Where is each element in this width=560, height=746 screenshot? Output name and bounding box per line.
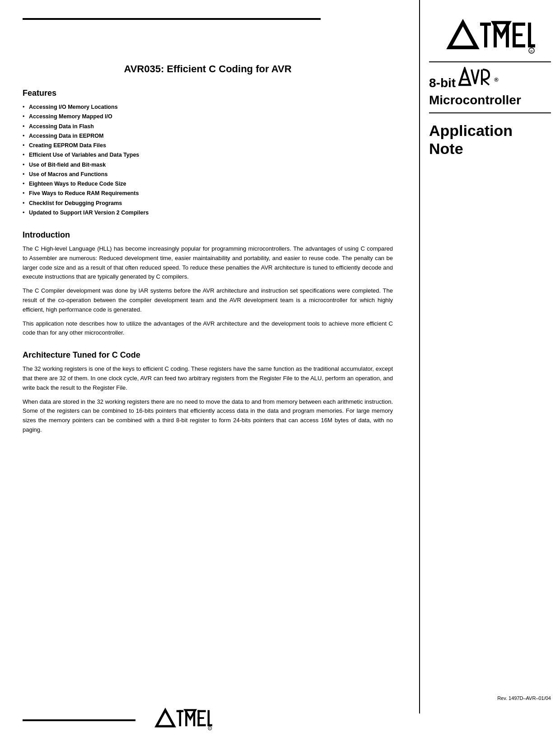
svg-rect-11	[528, 44, 535, 47]
feature-list-item: Use of Macros and Functions	[23, 170, 393, 179]
feature-list-item: Accessing Memory Mapped I/O	[23, 112, 393, 121]
intro-heading: Introduction	[23, 230, 393, 240]
sidebar-divider-1	[429, 61, 551, 62]
svg-marker-14	[459, 69, 470, 85]
main-content: AVR035: Efficient C Coding for AVRFeatur…	[23, 27, 393, 439]
sidebar-8bit-avr: 8-bit ®	[429, 67, 551, 91]
svg-line-17	[475, 70, 479, 84]
svg-marker-20	[157, 710, 174, 727]
intro-paragraph: The C Compiler development was done by I…	[23, 286, 393, 314]
vert-divider	[419, 0, 420, 713]
rev-note: Rev. 1497D–AVR–01/04	[497, 695, 551, 701]
svg-rect-7	[513, 23, 525, 26]
atmel-logo-container: R	[429, 18, 551, 56]
right-sidebar: R 8-bit ®	[429, 18, 551, 158]
bottom-bar	[23, 719, 135, 721]
feature-list-item: Use of Bit-field and Bit-mask	[23, 160, 393, 170]
feature-list-item: Updated to Support IAR Version 2 Compile…	[23, 208, 393, 218]
svg-line-19	[483, 79, 489, 85]
avr-stylized-icon	[458, 67, 490, 87]
svg-rect-2	[484, 23, 487, 47]
svg-rect-30	[208, 710, 210, 727]
svg-rect-25	[193, 710, 196, 727]
svg-rect-22	[179, 710, 182, 727]
svg-rect-9	[513, 44, 525, 47]
avr-reg-mark: ®	[494, 76, 499, 83]
svg-rect-8	[513, 33, 523, 36]
svg-text:R: R	[531, 50, 533, 53]
svg-rect-18	[481, 70, 483, 85]
svg-rect-29	[198, 724, 206, 727]
intro-paragraph: The C High-level Language (HLL) has beco…	[23, 244, 393, 282]
features-heading: Features	[23, 89, 393, 98]
atmel-logo-icon: R	[445, 18, 535, 54]
bottom-atmel-logo: R	[154, 707, 226, 732]
doc-title: AVR035: Efficient C Coding for AVR	[23, 63, 393, 75]
bottom-atmel-logo-icon: R	[154, 707, 212, 731]
svg-rect-10	[528, 23, 531, 47]
feature-list-item: Accessing Data in Flash	[23, 122, 393, 131]
arch-paragraph: The 32 working registers is one of the k…	[23, 364, 393, 392]
svg-rect-27	[198, 710, 206, 713]
8bit-label: 8-bit	[429, 76, 456, 90]
avr-logo-text: ®	[458, 67, 498, 91]
arch-heading: Architecture Tuned for C Code	[23, 350, 393, 360]
svg-rect-28	[198, 717, 204, 719]
svg-rect-5	[506, 23, 509, 47]
feature-list-item: Five Ways to Reduce RAM Requirements	[23, 189, 393, 198]
feature-list-item: Accessing I/O Memory Locations	[23, 103, 393, 112]
intro-paragraph: This application note describes how to u…	[23, 319, 393, 338]
svg-line-16	[471, 70, 475, 84]
feature-list-item: Checklist for Debugging Programs	[23, 199, 393, 208]
sidebar-microcontroller-label: Microcontroller	[429, 93, 551, 108]
feature-list: Accessing I/O Memory LocationsAccessing …	[23, 103, 393, 218]
svg-rect-31	[208, 724, 212, 727]
page-container: AVR035: Efficient C Coding for AVRFeatur…	[0, 0, 560, 746]
feature-list-item: Accessing Data in EEPROM	[23, 131, 393, 141]
svg-marker-0	[449, 23, 476, 47]
arch-paragraph: When data are stored in the 32 working r…	[23, 397, 393, 435]
top-rule	[23, 18, 321, 20]
svg-text:R: R	[209, 727, 211, 730]
feature-list-item: Creating EEPROM Data Files	[23, 141, 393, 150]
sidebar-app-note: Application Note	[429, 121, 551, 159]
feature-list-item: Efficient Use of Variables and Data Type…	[23, 150, 393, 160]
feature-list-item: Eighteen Ways to Reduce Code Size	[23, 179, 393, 189]
sidebar-divider-2	[429, 112, 551, 113]
